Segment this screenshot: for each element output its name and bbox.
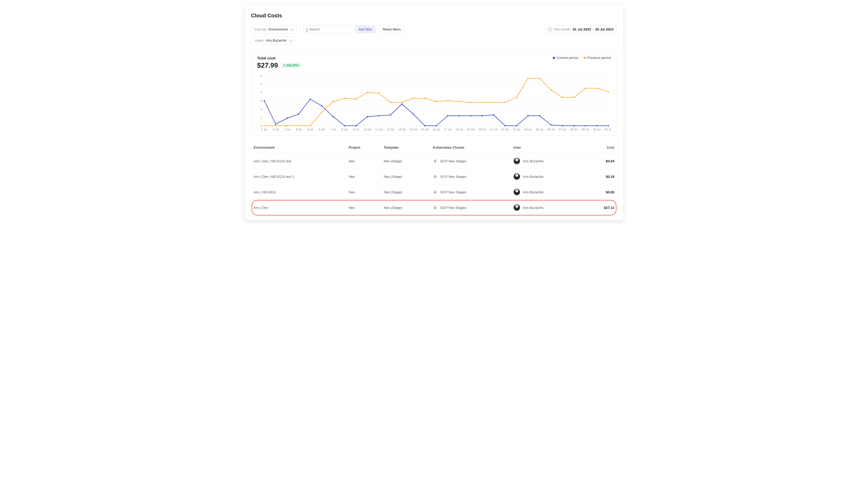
users-filter-label: Users: bbox=[254, 38, 265, 42]
cell-cluster: GCP Neo Stages bbox=[430, 169, 511, 185]
cell-cluster: GCP Neo Stages bbox=[430, 185, 511, 200]
col-environment[interactable]: Environment bbox=[251, 142, 346, 153]
cell-template: Neo (Stage) bbox=[381, 153, 430, 169]
svg-point-50 bbox=[321, 105, 322, 107]
svg-text:29 Jul: 29 Jul bbox=[582, 128, 589, 131]
cell-environment: Aris | Dev | ND-6120 test 2 bbox=[251, 169, 346, 185]
svg-text:15 Jul: 15 Jul bbox=[421, 128, 429, 131]
col-template[interactable]: Template bbox=[381, 142, 430, 153]
svg-point-80 bbox=[310, 125, 311, 127]
svg-text:18 Jul: 18 Jul bbox=[456, 128, 463, 131]
svg-text:27 Jul: 27 Jul bbox=[558, 128, 566, 131]
svg-text:7 Jul: 7 Jul bbox=[330, 128, 336, 131]
svg-text:6 Jul: 6 Jul bbox=[319, 128, 325, 131]
legend-previous: Previous period bbox=[584, 56, 611, 60]
svg-point-92 bbox=[447, 100, 449, 102]
col-cost[interactable]: Cost bbox=[585, 142, 617, 153]
table-row[interactable]: Aris | ND-6331 Neo Neo (Stage) GCP Neo S… bbox=[251, 185, 617, 200]
gcp-icon bbox=[433, 190, 438, 194]
cell-cost: $27.11 bbox=[585, 200, 617, 215]
date-range-sep: - bbox=[593, 27, 594, 31]
svg-text:17 Jul: 17 Jul bbox=[444, 128, 452, 131]
svg-point-60 bbox=[436, 125, 437, 127]
svg-point-53 bbox=[356, 125, 357, 127]
table-row[interactable]: Aris | Dev | ND-6120 test Neo Neo (Stage… bbox=[251, 153, 617, 169]
table-row[interactable]: Aris | Dev Neo Neo (Stage) GCP Neo Stage… bbox=[251, 200, 617, 215]
svg-text:19 Jul: 19 Jul bbox=[467, 128, 475, 131]
cell-project: Neo bbox=[346, 169, 381, 185]
table-row[interactable]: Aris | Dev | ND-6120 test 2 Neo Neo (Sta… bbox=[251, 169, 617, 185]
svg-text:8 Jul: 8 Jul bbox=[341, 128, 347, 131]
svg-point-55 bbox=[378, 115, 380, 116]
total-cost-card: Total cost $27.99 204.87% Current period… bbox=[251, 50, 617, 135]
avatar bbox=[513, 173, 520, 180]
chart-legend: Current period Previous period bbox=[553, 56, 611, 60]
svg-point-57 bbox=[402, 103, 403, 105]
cell-environment: Aris | Dev | ND-6120 test bbox=[251, 153, 346, 169]
svg-text:16 Jul: 16 Jul bbox=[432, 128, 440, 131]
svg-text:5 Jul: 5 Jul bbox=[307, 128, 313, 131]
svg-point-105 bbox=[596, 88, 597, 89]
svg-point-90 bbox=[424, 98, 426, 99]
svg-point-66 bbox=[504, 125, 506, 127]
svg-point-83 bbox=[344, 98, 345, 99]
svg-text:26 Jul: 26 Jul bbox=[547, 128, 555, 131]
svg-point-101 bbox=[550, 89, 552, 90]
col-project[interactable]: Project bbox=[346, 142, 381, 153]
cell-user: Aris Buzachis bbox=[511, 169, 585, 185]
cell-user: Aris Buzachis bbox=[511, 153, 585, 169]
col-user[interactable]: User bbox=[511, 142, 585, 153]
cell-template: Neo (Stage) bbox=[381, 169, 430, 185]
table-header-row: Environment Project Template Kubernetes … bbox=[251, 142, 617, 153]
svg-point-77 bbox=[275, 125, 277, 127]
svg-point-52 bbox=[344, 125, 345, 127]
col-cluster[interactable]: Kubernetes Cluster bbox=[430, 142, 511, 153]
svg-point-95 bbox=[482, 102, 483, 103]
svg-text:1 Jul: 1 Jul bbox=[261, 128, 267, 131]
svg-text:0: 0 bbox=[261, 124, 262, 127]
delta-badge: 204.87% bbox=[281, 63, 301, 68]
svg-point-61 bbox=[447, 115, 449, 116]
search-input[interactable] bbox=[309, 27, 353, 31]
svg-point-81 bbox=[321, 112, 322, 113]
cell-cost: $0.19 bbox=[585, 169, 617, 185]
svg-point-97 bbox=[504, 102, 506, 103]
svg-point-91 bbox=[436, 101, 437, 102]
cell-user: Aris Buzachis bbox=[511, 185, 585, 200]
svg-text:28 Jul: 28 Jul bbox=[570, 128, 578, 131]
svg-point-58 bbox=[413, 113, 414, 115]
svg-point-67 bbox=[516, 125, 517, 127]
add-filter-button[interactable]: Add filter bbox=[355, 25, 375, 34]
date-range-picker[interactable]: This month: 01 Jul 2023 - 26 Jul 2023 bbox=[545, 25, 617, 34]
cell-cost: $0.04 bbox=[585, 153, 617, 169]
divider bbox=[300, 26, 300, 33]
svg-text:23 Jul: 23 Jul bbox=[513, 128, 521, 131]
page-title: Cloud Costs bbox=[251, 13, 617, 19]
svg-point-103 bbox=[573, 97, 575, 98]
users-filter-dropdown[interactable]: Users: Aris Buzachis bbox=[251, 36, 295, 44]
svg-point-96 bbox=[493, 102, 495, 103]
svg-point-49 bbox=[310, 99, 311, 100]
svg-text:30 Jul: 30 Jul bbox=[593, 128, 601, 131]
svg-text:4: 4 bbox=[261, 91, 262, 94]
svg-point-64 bbox=[482, 115, 483, 116]
svg-point-62 bbox=[459, 115, 460, 116]
svg-text:12 Jul: 12 Jul bbox=[387, 128, 394, 131]
reset-filters-button[interactable]: Reset filters bbox=[379, 25, 405, 34]
gcp-icon bbox=[433, 158, 438, 163]
svg-point-47 bbox=[287, 117, 288, 119]
svg-point-74 bbox=[596, 125, 597, 127]
svg-text:2: 2 bbox=[261, 108, 262, 111]
cell-user: Aris Buzachis bbox=[511, 200, 585, 215]
svg-point-104 bbox=[585, 88, 586, 89]
avatar bbox=[513, 157, 520, 165]
legend-dot-current bbox=[553, 57, 555, 59]
svg-point-84 bbox=[356, 99, 357, 100]
search-input-wrap[interactable] bbox=[303, 25, 352, 33]
cell-project: Neo bbox=[346, 200, 381, 215]
svg-point-68 bbox=[528, 115, 529, 116]
svg-point-76 bbox=[264, 125, 265, 127]
total-cost-label: Total cost bbox=[257, 56, 301, 60]
environments-table: Environment Project Template Kubernetes … bbox=[251, 142, 617, 215]
cost-by-dropdown[interactable]: Cost by: Environment bbox=[251, 25, 297, 34]
